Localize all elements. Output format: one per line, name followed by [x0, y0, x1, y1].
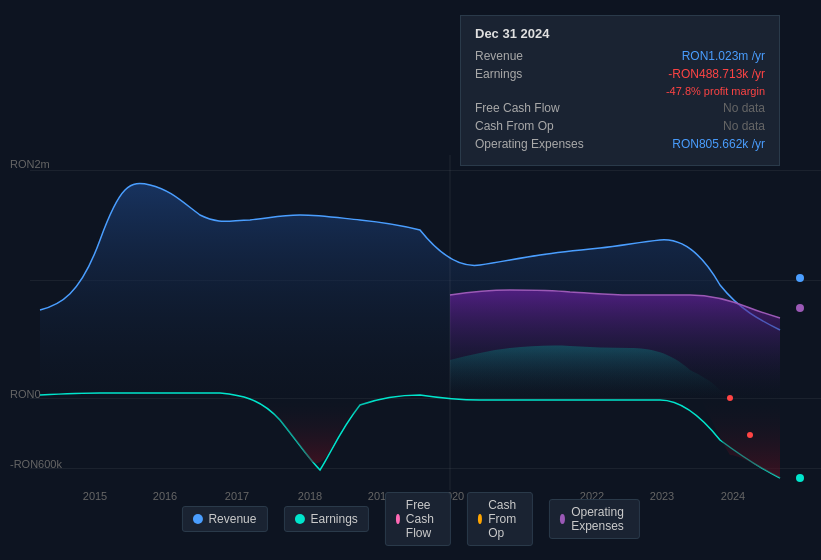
- tooltip-date: Dec 31 2024: [475, 26, 765, 41]
- tooltip: Dec 31 2024 Revenue RON1.023m /yr Earnin…: [460, 15, 780, 166]
- tooltip-row-cashfromop: Cash From Op No data: [475, 119, 765, 133]
- x-label-2024: 2024: [721, 490, 745, 502]
- legend-item-revenue[interactable]: Revenue: [181, 506, 267, 532]
- tooltip-value-cashfromop: No data: [723, 119, 765, 133]
- red-dot2: [747, 432, 753, 438]
- chart-container: Dec 31 2024 Revenue RON1.023m /yr Earnin…: [0, 0, 821, 560]
- tooltip-row-fcf: Free Cash Flow No data: [475, 101, 765, 115]
- legend-label-fcf: Free Cash Flow: [406, 498, 440, 540]
- legend-dot-cashfromop: [478, 514, 482, 524]
- x-label-2023: 2023: [650, 490, 674, 502]
- x-label-2016: 2016: [153, 490, 177, 502]
- tooltip-row-opex: Operating Expenses RON805.662k /yr: [475, 137, 765, 151]
- tooltip-value-revenue: RON1.023m /yr: [682, 49, 765, 63]
- legend-dot-opex: [560, 514, 565, 524]
- tooltip-row-revenue: Revenue RON1.023m /yr: [475, 49, 765, 63]
- tooltip-sub-margin: -47.8% profit margin: [666, 85, 765, 97]
- legend-label-revenue: Revenue: [208, 512, 256, 526]
- x-label-2015: 2015: [83, 490, 107, 502]
- tooltip-label-cashfromop: Cash From Op: [475, 119, 585, 133]
- legend-label-cashfromop: Cash From Op: [488, 498, 522, 540]
- legend-label-earnings: Earnings: [310, 512, 357, 526]
- tooltip-label-revenue: Revenue: [475, 49, 585, 63]
- tooltip-label-fcf: Free Cash Flow: [475, 101, 585, 115]
- negative-area: [260, 398, 380, 463]
- earnings-dot: [796, 474, 804, 482]
- tooltip-value-fcf: No data: [723, 101, 765, 115]
- red-dot: [727, 395, 733, 401]
- tooltip-value-earnings: -RON488.713k /yr: [668, 67, 765, 81]
- legend: Revenue Earnings Free Cash Flow Cash Fro…: [181, 492, 639, 546]
- tooltip-label-opex: Operating Expenses: [475, 137, 585, 151]
- legend-item-cashfromop[interactable]: Cash From Op: [467, 492, 533, 546]
- tooltip-row-earnings: Earnings -RON488.713k /yr: [475, 67, 765, 81]
- opex-dot: [796, 304, 804, 312]
- legend-dot-revenue: [192, 514, 202, 524]
- negative-area2: [700, 398, 780, 478]
- legend-item-earnings[interactable]: Earnings: [283, 506, 368, 532]
- legend-dot-earnings: [294, 514, 304, 524]
- legend-dot-fcf: [396, 514, 400, 524]
- tooltip-value-opex: RON805.662k /yr: [672, 137, 765, 151]
- tooltip-sub-row-margin: -47.8% profit margin: [475, 85, 765, 97]
- revenue-dot: [796, 274, 804, 282]
- legend-item-fcf[interactable]: Free Cash Flow: [385, 492, 451, 546]
- legend-label-opex: Operating Expenses: [571, 505, 628, 533]
- legend-item-opex[interactable]: Operating Expenses: [549, 499, 640, 539]
- earnings-line: [40, 393, 780, 478]
- tooltip-label-earnings: Earnings: [475, 67, 585, 81]
